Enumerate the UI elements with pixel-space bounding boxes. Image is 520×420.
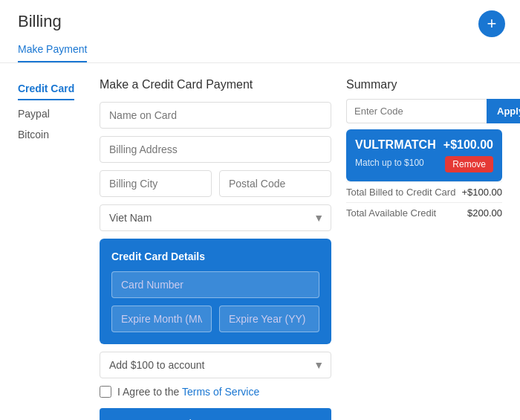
expire-month-input[interactable] <box>111 306 212 332</box>
promo-amount: +$100.00 <box>443 138 493 152</box>
amount-select-group: Add $100 to account Add $50 to account A… <box>100 352 331 378</box>
country-select-group: Viet Nam United States United Kingdom ▼ <box>100 204 331 231</box>
promo-card: VULTRMATCH +$100.00 Match up to $100 Rem… <box>346 129 502 181</box>
name-on-card-input[interactable] <box>100 102 331 129</box>
apply-promo-button[interactable]: Apply <box>487 99 520 123</box>
promo-name-row: VULTRMATCH +$100.00 <box>355 138 493 152</box>
make-payment-button[interactable]: Make a Payment <box>100 408 331 420</box>
summary-billed-label: Total Billed to Credit Card <box>346 187 455 198</box>
postal-code-input[interactable] <box>219 170 331 197</box>
name-field-group <box>100 102 331 129</box>
page: Billing Make Payment + Credit Card Paypa… <box>0 0 520 420</box>
card-details-title: Credit Card Details <box>111 251 319 262</box>
sidebar-item-paypal[interactable]: Paypal <box>18 103 85 124</box>
billing-city-input[interactable] <box>100 170 212 197</box>
remove-promo-button[interactable]: Remove <box>445 156 493 172</box>
city-postal-group <box>100 170 331 197</box>
country-select[interactable]: Viet Nam United States United Kingdom <box>100 204 331 231</box>
address-field-group <box>100 136 331 163</box>
sidebar: Credit Card Paypal Bitcoin <box>18 78 85 420</box>
main-form: Make a Credit Card Payment Viet Nam Unit… <box>100 78 331 420</box>
sidebar-item-credit-card[interactable]: Credit Card <box>18 78 74 100</box>
billing-address-input[interactable] <box>100 136 331 163</box>
terms-checkbox[interactable] <box>100 386 111 398</box>
summary-line-credit: Total Available Credit $200.00 <box>346 202 502 223</box>
summary-billed-value: +$100.00 <box>461 187 502 198</box>
tabs: Make Payment <box>18 37 502 62</box>
tab-make-payment[interactable]: Make Payment <box>18 37 87 62</box>
summary-credit-value: $200.00 <box>467 207 502 219</box>
promo-name: VULTRMATCH <box>355 138 436 152</box>
promo-code-input[interactable] <box>346 99 487 123</box>
expire-year-input[interactable] <box>219 306 319 332</box>
terms-label: I Agree to the Terms of Service <box>117 386 259 398</box>
form-section-title: Make a Credit Card Payment <box>100 78 331 91</box>
page-title: Billing <box>18 12 502 31</box>
card-details-section: Credit Card Details <box>100 239 331 344</box>
promo-description: Match up to $100 <box>355 158 424 168</box>
summary-title: Summary <box>346 78 502 91</box>
sidebar-item-bitcoin[interactable]: Bitcoin <box>18 124 85 145</box>
add-button[interactable]: + <box>478 10 505 37</box>
card-number-input[interactable] <box>111 271 319 298</box>
header: Billing Make Payment + <box>0 0 520 63</box>
summary-credit-label: Total Available Credit <box>346 207 436 219</box>
promo-code-row: Apply <box>346 99 502 123</box>
terms-of-service-link[interactable]: Terms of Service <box>182 386 259 398</box>
summary-panel: Summary Apply VULTRMATCH +$100.00 Match … <box>346 78 502 420</box>
terms-row: I Agree to the Terms of Service <box>100 386 331 398</box>
content: Credit Card Paypal Bitcoin Make a Credit… <box>0 63 520 420</box>
amount-select[interactable]: Add $100 to account Add $50 to account A… <box>100 352 331 378</box>
expire-row <box>111 306 319 332</box>
summary-line-billed: Total Billed to Credit Card +$100.00 <box>346 181 502 202</box>
